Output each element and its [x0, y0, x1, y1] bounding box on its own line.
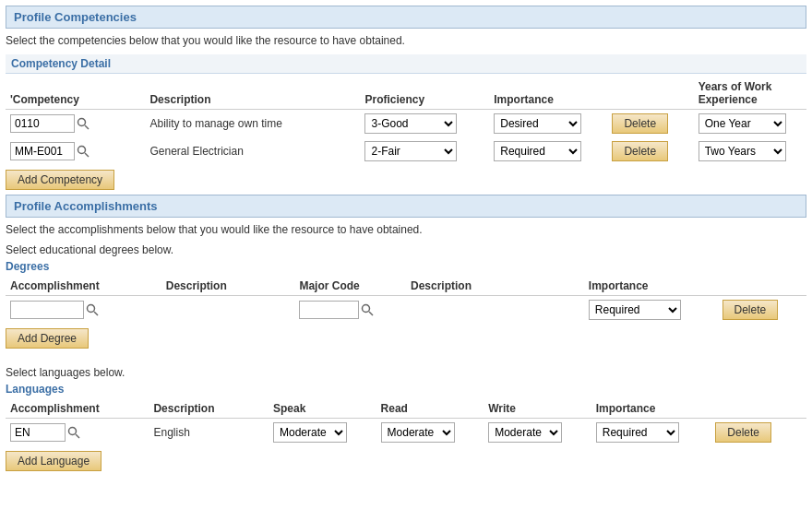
- competency-years-select-1[interactable]: One YearTwo YearsThree YearsFour YearsFi…: [699, 141, 786, 161]
- degree-accomplishment-search-icon[interactable]: [86, 303, 99, 316]
- svg-line-9: [76, 434, 79, 438]
- page-container: Profile Competencies Select the competen…: [0, 0, 812, 481]
- svg-line-7: [369, 312, 373, 315]
- degree-accomplishment-cell: [10, 301, 99, 319]
- accomplishments-desc: Select the accomplishments below that yo…: [6, 223, 806, 236]
- lang-speak-select[interactable]: Moderate Low High: [273, 422, 347, 443]
- lang-delete-button[interactable]: Delete: [715, 422, 771, 443]
- svg-point-6: [363, 305, 370, 313]
- competency-detail-label: Competency Detail: [11, 57, 111, 70]
- lang-col-read: Read: [376, 399, 484, 419]
- competency-search-icon-0[interactable]: [77, 117, 90, 130]
- degrees-label-text: Select educational degrees below.: [6, 243, 806, 256]
- competency-table: 'Competency Description Proficiency Impo…: [6, 77, 806, 165]
- degree-col-accomplishment: Accomplishment: [6, 277, 161, 296]
- lang-code-input[interactable]: [10, 423, 66, 442]
- competency-code-cell-1: [10, 142, 90, 160]
- svg-point-0: [78, 119, 86, 126]
- degree-col-description: Description: [161, 277, 295, 296]
- lang-write-select[interactable]: Moderate Low High: [488, 422, 562, 443]
- degrees-header: Degrees: [6, 260, 806, 273]
- competencies-section-header: Profile Competencies: [6, 6, 806, 29]
- degree-col-majordesc: Description: [406, 277, 584, 296]
- col-importance: Importance: [489, 77, 607, 110]
- competency-code-input-1[interactable]: [10, 142, 75, 160]
- degree-col-majorcode: Major Code: [294, 277, 406, 296]
- add-competency-button[interactable]: Add Competency: [6, 170, 114, 190]
- degrees-table: Accomplishment Description Major Code De…: [6, 277, 806, 324]
- competency-importance-select-1[interactable]: DesiredRequiredOptional: [494, 141, 581, 161]
- degree-majordesc-cell: [406, 296, 584, 325]
- col-competency: 'Competency: [6, 77, 145, 110]
- competency-search-icon-1[interactable]: [77, 145, 90, 158]
- language-row: English Moderate Low High Moderate Low H…: [6, 419, 806, 447]
- lang-importance-select[interactable]: Required Desired Optional: [596, 422, 679, 443]
- competency-proficiency-select-0[interactable]: 1-Poor2-Fair3-Good4-Very Good5-Excellent: [364, 113, 457, 134]
- degree-col-importance: Importance: [584, 277, 718, 296]
- add-language-button[interactable]: Add Language: [6, 451, 102, 471]
- languages-table: Accomplishment Description Speak Read Wr…: [6, 399, 806, 446]
- svg-line-1: [85, 125, 89, 129]
- competency-code-cell-0: [10, 114, 90, 133]
- lang-col-importance: Importance: [591, 399, 711, 419]
- svg-line-5: [94, 312, 98, 315]
- lang-col-action: [710, 399, 806, 419]
- lang-description-cell: English: [149, 419, 269, 447]
- competency-desc-1: General Electrician: [145, 137, 360, 165]
- lang-search-icon[interactable]: [67, 426, 80, 439]
- col-proficiency: Proficiency: [360, 77, 489, 110]
- degree-row: Required Desired Optional Delete: [6, 296, 806, 325]
- accomplishments-title: Profile Accomplishments: [14, 199, 158, 213]
- degree-delete-button[interactable]: Delete: [722, 300, 779, 320]
- languages-header: Languages: [6, 383, 806, 396]
- competency-code-input-0[interactable]: [10, 114, 75, 133]
- competencies-desc: Select the competencies below that you w…: [6, 34, 806, 47]
- competency-detail-header: Competency Detail: [6, 54, 806, 74]
- competency-delete-button-1[interactable]: Delete: [612, 141, 668, 161]
- accomplishments-section-header: Profile Accomplishments: [6, 195, 806, 218]
- degree-description-cell: [161, 296, 295, 325]
- lang-col-write: Write: [484, 399, 591, 419]
- degree-majorcode-search-icon[interactable]: [361, 303, 374, 316]
- lang-accomplishment-cell: [10, 423, 80, 442]
- svg-point-4: [88, 305, 95, 313]
- degree-importance-select[interactable]: Required Desired Optional: [589, 300, 681, 320]
- col-action: [607, 77, 693, 110]
- degree-accomplishment-input[interactable]: [10, 301, 84, 319]
- lang-col-accomplishment: Accomplishment: [6, 399, 149, 419]
- svg-point-8: [69, 428, 77, 435]
- svg-line-3: [85, 153, 89, 157]
- competency-delete-button-0[interactable]: Delete: [612, 113, 668, 134]
- degree-majorcode-cell: [299, 301, 374, 319]
- degree-col-action: [718, 277, 807, 296]
- lang-description-text: English: [153, 426, 189, 439]
- add-degree-button[interactable]: Add Degree: [6, 328, 89, 349]
- competency-row: General Electrician1-Poor2-Fair3-Good4-V…: [6, 137, 806, 165]
- col-years: Years of Work Experience: [694, 77, 806, 110]
- languages-label-text: Select languages below.: [6, 366, 806, 379]
- lang-col-speak: Speak: [269, 399, 376, 419]
- competency-importance-select-0[interactable]: DesiredRequiredOptional: [494, 113, 581, 134]
- col-description: Description: [145, 77, 360, 110]
- competency-years-select-0[interactable]: One YearTwo YearsThree YearsFour YearsFi…: [699, 113, 786, 134]
- svg-point-2: [78, 147, 86, 154]
- competency-desc-0: Ability to manage own time: [145, 110, 360, 138]
- competency-row: Ability to manage own time1-Poor2-Fair3-…: [6, 110, 806, 138]
- competency-proficiency-select-1[interactable]: 1-Poor2-Fair3-Good4-Very Good5-Excellent: [364, 141, 457, 161]
- lang-col-description: Description: [149, 399, 269, 419]
- degree-majorcode-input[interactable]: [299, 301, 359, 319]
- lang-read-select[interactable]: Moderate Low High: [381, 422, 455, 443]
- competencies-title: Profile Competencies: [14, 10, 137, 24]
